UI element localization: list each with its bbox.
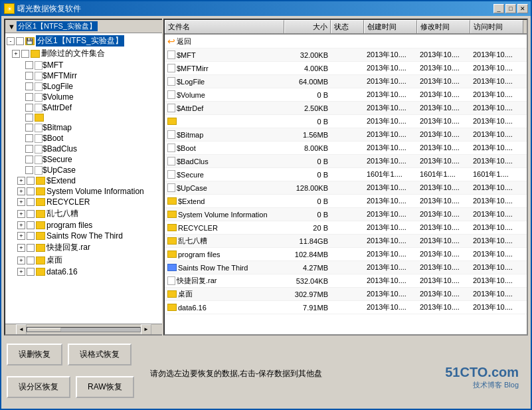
col-header-size[interactable]: 大小 [284, 20, 331, 33]
col-header-created[interactable]: 创建时间 [364, 20, 417, 33]
horizontal-scrollbar[interactable]: ◄ ► [5, 324, 162, 334]
file-row-boot[interactable]: $Boot 8.00KB 2013年10.... 2013年10.... 201… [165, 142, 527, 155]
checkbox[interactable] [27, 232, 35, 240]
checkbox[interactable] [25, 72, 33, 80]
file-row-badclus[interactable]: $BadClus 0 B 2013年10.... 2013年10.... 201… [165, 155, 527, 168]
checkbox[interactable] [25, 155, 33, 163]
tree-item-kuaijie[interactable]: + 快捷回复.rar [7, 241, 161, 254]
col-header-accessed[interactable]: 访问时间 [470, 20, 523, 33]
checkbox[interactable] [27, 187, 35, 195]
tree-item-recycler[interactable]: + RECYCLER [7, 197, 161, 207]
mispartition-recovery-button[interactable]: 误分区恢复 [7, 376, 70, 398]
scroll-left-arrow[interactable]: ◄ [16, 324, 27, 335]
checkbox[interactable] [27, 177, 35, 185]
file-row-recycler[interactable]: RECYCLER 20 B 2013年10.... 2013年10.... 20… [165, 221, 527, 235]
tree-item-luanqiba[interactable]: + 乱七八糟 [7, 207, 161, 220]
file-row-mft[interactable]: $MFT 32.00KB 2013年10.... 2013年10.... 201… [165, 49, 527, 62]
expand-icon[interactable]: + [17, 198, 25, 206]
scroll-thumb[interactable] [27, 328, 61, 332]
expand-icon[interactable]: + [17, 187, 25, 195]
file-row-logfile[interactable]: $LogFile 64.00MB 2013年10.... 2013年10....… [165, 75, 527, 88]
scroll-right-arrow[interactable]: ► [141, 324, 151, 335]
checkbox[interactable] [27, 210, 35, 218]
tree-item-data616[interactable]: + data6.16 [7, 266, 161, 277]
tree-item-root[interactable]: - 💾 分区1【NTFS_实验盘】 [7, 35, 161, 47]
file-cell-name: ↩ 返回 [165, 35, 284, 47]
tree-item-deleted[interactable]: + 删除过的文件集合 [7, 47, 161, 60]
file-list-body[interactable]: ↩ 返回 $MFT 32.00KB [165, 35, 527, 334]
file-row-attrdef[interactable]: $AttrDef 2.50KB 2013年10.... 2013年10.... … [165, 102, 527, 115]
tree-item-sysvolinfo[interactable]: + System Volume Information [7, 186, 161, 197]
expand-icon[interactable]: + [17, 268, 25, 276]
tree-item-extend[interactable]: + $Extend [7, 175, 161, 186]
checkbox[interactable] [25, 104, 33, 112]
checkbox[interactable] [25, 134, 33, 142]
expand-icon[interactable]: - [7, 37, 15, 45]
tree-item-badclus[interactable]: $BadClus [7, 144, 161, 154]
checkbox[interactable] [16, 37, 24, 45]
checkbox[interactable] [27, 221, 35, 229]
file-row-programfiles[interactable]: program files 102.84MB 2013年10.... 2013年… [165, 248, 527, 261]
checkbox[interactable] [21, 50, 29, 58]
col-header-name[interactable]: 文件名 [165, 20, 284, 33]
tree-item-saintsrow[interactable]: + Saints Row The Third [7, 231, 161, 241]
expand-icon[interactable]: + [17, 177, 25, 185]
expand-icon[interactable]: + [12, 50, 20, 58]
file-row-saintsrow[interactable]: Saints Row The Third 4.27MB 2013年10.... … [165, 261, 527, 274]
checkbox[interactable] [25, 82, 33, 90]
close-button[interactable]: ✕ [517, 4, 528, 13]
scroll-track[interactable] [27, 327, 141, 332]
expand-icon[interactable]: + [17, 244, 25, 252]
file-row-sysvolinfo[interactable]: System Volume Information 0 B 2013年10...… [165, 208, 527, 221]
misformat-recovery-button[interactable]: 误格式恢复 [68, 344, 132, 365]
expand-icon[interactable]: + [17, 232, 25, 240]
checkbox[interactable] [25, 166, 33, 174]
file-row-upcase[interactable]: $UpCase 128.00KB 2013年10.... 2013年10....… [165, 181, 527, 195]
tree-item-boot[interactable]: $Boot [7, 133, 161, 144]
tree-item-attrdef[interactable]: $AttrDef [7, 102, 161, 113]
file-row-blank[interactable]: 0 B 2013年10.... 2013年10.... 2013年10.... [165, 115, 527, 128]
tree-item-logfile[interactable]: $LogFile [7, 81, 161, 92]
checkbox[interactable] [27, 256, 35, 264]
tree-item-secure[interactable]: $Secure [7, 154, 161, 165]
file-row-data616[interactable]: data6.16 7.91MB 2013年10.... 2013年10.... … [165, 301, 527, 314]
tree-area[interactable]: - 💾 分区1【NTFS_实验盘】 + 删除过的文件集合 [5, 33, 162, 324]
minimize-button[interactable]: _ [493, 4, 504, 13]
checkbox[interactable] [25, 145, 33, 153]
file-row-kuaijie[interactable]: 快捷回复.rar 532.04KB 2013年10.... 2013年10...… [165, 274, 527, 288]
file-row-secure[interactable]: $Secure 0 B 1601年1.... 1601年1.... 1601年1… [165, 168, 527, 181]
file-row-volume[interactable]: $Volume 0 B 2013年10.... 2013年10.... 2013… [165, 88, 527, 102]
file-row-mftmirr[interactable]: $MFTMirr 4.00KB 2013年10.... 2013年10.... … [165, 62, 527, 75]
expand-icon[interactable]: + [17, 256, 25, 264]
tree-item-bitmap[interactable]: $Bitmap [7, 122, 161, 133]
maximize-button[interactable]: □ [505, 4, 516, 13]
file-row-luanqiba[interactable]: 乱七八糟 11.84GB 2013年10.... 2013年10.... 201… [165, 235, 527, 248]
file-row-back[interactable]: ↩ 返回 [165, 35, 527, 49]
file-cell-name: System Volume Information [165, 210, 284, 219]
tree-item-blank[interactable] [7, 113, 161, 122]
expand-icon[interactable]: + [17, 221, 25, 229]
file-row-extend[interactable]: $Extend 0 B 2013年10.... 2013年10.... 2013… [165, 195, 527, 208]
misdelete-recovery-button[interactable]: 误删恢复 [7, 344, 62, 365]
checkbox[interactable] [27, 268, 35, 276]
checkbox[interactable] [25, 61, 33, 69]
file-row-zhuomian[interactable]: 桌面 302.97MB 2013年10.... 2013年10.... 2013… [165, 288, 527, 301]
expand-icon[interactable]: + [17, 210, 25, 218]
col-header-status[interactable]: 状态 [331, 20, 364, 33]
checkbox[interactable] [27, 198, 35, 206]
folder-icon [167, 264, 177, 271]
tree-item-zhuomian[interactable]: + 桌面 [7, 254, 161, 266]
file-row-bitmap[interactable]: $Bitmap 1.56MB 2013年10.... 2013年10.... 2… [165, 128, 527, 142]
tree-item-programfiles[interactable]: + program files [7, 220, 161, 231]
checkbox[interactable] [25, 93, 33, 101]
tree-item-upcase[interactable]: $UpCase [7, 165, 161, 175]
tree-item-volume[interactable]: $Volume [7, 92, 161, 102]
raw-recovery-button[interactable]: RAW恢复 [76, 376, 134, 398]
checkbox[interactable] [25, 114, 33, 122]
tree-item-mft[interactable]: $MFT [7, 60, 161, 70]
tree-item-mftmirr[interactable]: $MFTMirr [7, 70, 161, 81]
col-header-modified[interactable]: 修改时间 [417, 20, 470, 33]
checkbox[interactable] [27, 244, 35, 252]
file-cell-created: 2013年10.... [364, 155, 417, 167]
checkbox[interactable] [25, 124, 33, 132]
